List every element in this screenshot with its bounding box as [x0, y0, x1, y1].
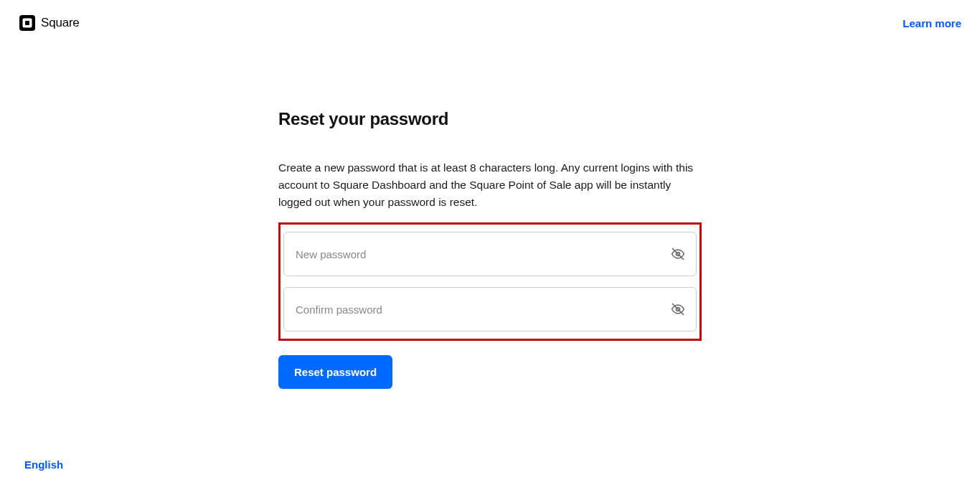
confirm-password-input[interactable]	[283, 287, 697, 331]
learn-more-link[interactable]: Learn more	[903, 17, 961, 29]
page-title: Reset your password	[278, 109, 702, 129]
new-password-input[interactable]	[283, 232, 697, 276]
password-fields-highlight	[278, 222, 702, 341]
brand-logo[interactable]: Square	[19, 14, 80, 32]
svg-rect-2	[25, 21, 29, 25]
brand-name: Square	[41, 16, 80, 30]
footer: English	[24, 458, 63, 471]
main-content: Reset your password Create a new passwor…	[278, 46, 702, 389]
description-text: Create a new password that is at least 8…	[278, 159, 702, 211]
new-password-wrap	[283, 232, 697, 276]
language-selector[interactable]: English	[24, 458, 63, 471]
square-logo-icon	[19, 14, 36, 32]
reset-password-button[interactable]: Reset password	[278, 355, 392, 389]
eye-off-icon[interactable]	[671, 302, 685, 316]
confirm-password-wrap	[283, 287, 697, 331]
header: Square Learn more	[0, 0, 980, 46]
eye-off-icon[interactable]	[671, 247, 685, 261]
